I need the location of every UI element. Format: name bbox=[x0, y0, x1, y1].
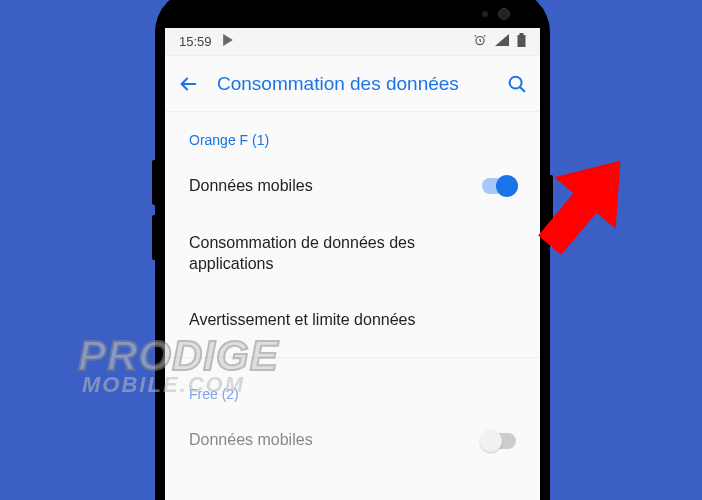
status-bar: 15:59 bbox=[165, 28, 540, 56]
list-item-label: Avertissement et limite données bbox=[189, 310, 516, 331]
front-camera-icon bbox=[498, 8, 510, 20]
item-donnees-mobiles-1[interactable]: Données mobiles bbox=[165, 158, 540, 215]
svg-rect-1 bbox=[520, 33, 524, 35]
page-title: Consommation des données bbox=[217, 73, 488, 95]
phone-screen: 15:59 Consommation des bbox=[165, 28, 540, 500]
list-item-label: Données mobiles bbox=[189, 176, 482, 197]
item-consommation-apps[interactable]: Consommation de données des applications bbox=[165, 215, 540, 293]
battery-icon bbox=[517, 33, 526, 50]
proximity-sensor-icon bbox=[482, 11, 488, 17]
toggle-switch[interactable] bbox=[482, 433, 516, 449]
status-time: 15:59 bbox=[179, 34, 212, 49]
toggle-switch[interactable] bbox=[482, 178, 516, 194]
item-avertissement-limite[interactable]: Avertissement et limite données bbox=[165, 292, 540, 349]
section-header-free: Free (2) bbox=[165, 366, 540, 412]
phone-notch bbox=[165, 0, 540, 28]
signal-icon bbox=[495, 34, 509, 49]
power-button bbox=[550, 175, 553, 237]
svg-rect-2 bbox=[518, 35, 526, 47]
play-store-icon bbox=[222, 34, 234, 49]
volume-down-button bbox=[152, 215, 155, 260]
app-bar: Consommation des données bbox=[165, 56, 540, 112]
item-donnees-mobiles-2[interactable]: Données mobiles bbox=[165, 412, 540, 469]
section-header-orange: Orange F (1) bbox=[165, 112, 540, 158]
phone-frame: 15:59 Consommation des bbox=[155, 0, 550, 500]
search-icon[interactable] bbox=[506, 73, 528, 95]
list-item-label: Consommation de données des applications bbox=[189, 233, 516, 275]
alarm-icon bbox=[473, 33, 487, 50]
section-divider bbox=[165, 357, 540, 358]
settings-list: Orange F (1) Données mobiles Consommatio… bbox=[165, 112, 540, 469]
list-item-label: Données mobiles bbox=[189, 430, 482, 451]
volume-up-button bbox=[152, 160, 155, 205]
back-icon[interactable] bbox=[177, 73, 199, 95]
